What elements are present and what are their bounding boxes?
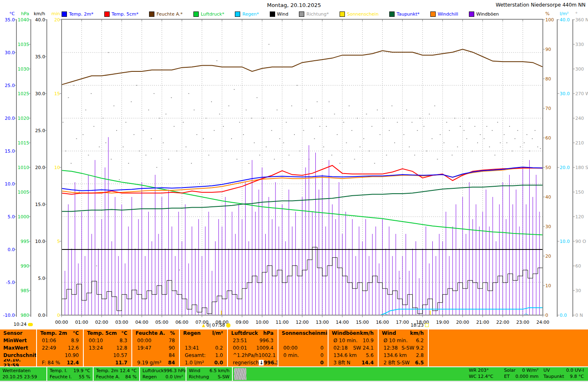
svg-text:23:00: 23:00: [516, 320, 529, 325]
stats-cell: 9.19 g/m³84: [132, 359, 179, 366]
svg-text:25.0: 25.0: [5, 83, 15, 88]
stats-cell: 00:108.3: [84, 337, 131, 344]
status-line: WC 12.4°C: [469, 374, 499, 380]
svg-text:150: 150: [575, 190, 584, 195]
stats-cell: 01:068.9: [37, 337, 83, 344]
stats-column: LuftdruckhPa23:51996.300:011009.4^1.2hPa…: [227, 329, 278, 366]
sunrise-time: 07:58: [212, 323, 225, 328]
svg-text:15: 15: [54, 91, 60, 96]
status-line: ET0.000 mm: [504, 374, 539, 380]
stats-column-header: Windböenkm/h: [328, 329, 378, 337]
stats-cell: 134.6 km5.6: [328, 352, 378, 359]
svg-text:360 N: 360 N: [575, 17, 588, 23]
stats-column-header: Windkm/h: [379, 329, 428, 337]
svg-text:240: 240: [575, 116, 584, 121]
svg-text:1020: 1020: [18, 116, 29, 121]
svg-text:1040: 1040: [18, 17, 29, 23]
stats-cell: Gesamt:1.0: [180, 352, 227, 359]
svg-text:10.0: 10.0: [560, 239, 570, 244]
stats-cell: 2 Bft S-SW6.5: [379, 359, 428, 366]
stats-column-header: Regenl/m²: [180, 329, 227, 337]
creation-time: 10:24: [14, 322, 27, 327]
svg-text:13:00: 13:00: [316, 320, 329, 325]
svg-text:210: 210: [575, 140, 584, 146]
sunset-annotation: 18:23: [411, 323, 429, 328]
svg-text:km/h: km/h: [34, 11, 45, 16]
svg-text:02:00: 02:00: [95, 320, 108, 325]
status-cell: Wetterdaten20.10.25 23:59: [0, 367, 46, 381]
svg-text:990: 990: [21, 263, 29, 269]
stats-cell: 19:4790: [132, 344, 179, 352]
status-line: WR 203°: [469, 368, 499, 374]
svg-text:80: 80: [545, 76, 551, 82]
stats-cell: 1.0 l/m²0.0: [180, 359, 227, 366]
stats-cell: 02:18SW 24.1: [328, 344, 378, 352]
svg-text:35.0: 35.0: [5, 17, 15, 23]
weather-symbol-icon: [28, 323, 33, 326]
stats-column-header: Feuchte A.%: [132, 329, 179, 337]
svg-text:0.0: 0.0: [38, 313, 46, 318]
stats-column-header: Sonnenscheinmin: [278, 329, 328, 337]
stats-cell: 134.6 km2.8: [379, 352, 428, 359]
status-line: Solar0 W/m²: [504, 368, 539, 374]
svg-text:20.0: 20.0: [35, 165, 46, 170]
svg-text:100: 100: [545, 17, 554, 23]
status-line: Luftdruck996.3 hPa: [142, 368, 183, 374]
stats-column-header: LuftdruckhPa: [228, 329, 278, 337]
svg-text:1035: 1035: [18, 42, 29, 47]
stats-cell: 00:011009.4: [228, 344, 278, 352]
stats-cell: 11.7: [84, 359, 131, 366]
svg-text:30.0: 30.0: [35, 91, 46, 96]
svg-text:20: 20: [54, 17, 60, 23]
svg-text:-5.0: -5.0: [6, 280, 15, 285]
stats-column: Sonnenscheinmin00:0000 min.00: [278, 329, 328, 366]
svg-text:16:00: 16:00: [376, 320, 389, 325]
stats-row-label: 20.10. 23:59: [0, 359, 36, 366]
svg-text:15:00: 15:00: [356, 320, 369, 325]
svg-text:10:00: 10:00: [255, 320, 269, 325]
svg-text:05:00: 05:00: [155, 320, 168, 325]
svg-text:1025: 1025: [18, 91, 29, 96]
status-line: Temp. I.19.9 °C: [50, 368, 90, 374]
svg-text:30: 30: [545, 224, 551, 229]
status-line: UV0.0 UV-I: [544, 368, 584, 374]
svg-text:10.0: 10.0: [5, 181, 15, 187]
stats-column-header: Temp. 2m°C: [37, 329, 83, 337]
svg-text:30.0: 30.0: [560, 91, 570, 96]
stats-row-label: Sensor: [0, 329, 36, 337]
status-line: Feuchte I.55 %: [50, 374, 90, 380]
svg-text:270 W: 270 W: [575, 91, 588, 96]
svg-text:12:00: 12:00: [296, 320, 309, 325]
svg-text:10: 10: [54, 165, 60, 170]
status-cell: Solar0 W/m²ET0.000 mm: [502, 367, 541, 381]
status-line: RichtungS-SW: [189, 374, 230, 380]
sunset-icon: [425, 323, 429, 327]
weather-chart: °C-10.0-5.00.05.010.015.020.025.030.035.…: [0, 0, 588, 328]
status-bar-left: Wetterdaten20.10.25 23:59Temp. I.19.9 °C…: [0, 367, 248, 381]
svg-text:1000: 1000: [18, 214, 29, 220]
creation-time-annotation: 10:24: [14, 322, 33, 327]
svg-text:985: 985: [21, 288, 29, 293]
svg-text:5.0: 5.0: [38, 276, 46, 281]
status-cell: UV0.0 UV-ITaupunkt9.8 °C: [541, 367, 586, 381]
svg-text:120: 120: [575, 214, 584, 220]
status-line: Feuchte A.84 %: [96, 374, 137, 380]
svg-text:40.0: 40.0: [35, 17, 46, 23]
svg-text:60: 60: [575, 263, 581, 269]
svg-text:20:00: 20:00: [456, 320, 469, 325]
stats-column: Regenl/m²13:410.2Gesamt:1.01.0 l/m²0.0: [179, 329, 227, 366]
svg-text:09:00: 09:00: [236, 320, 249, 325]
stats-column: Feuchte A.%00:007819:4790849.19 g/m³84: [131, 329, 179, 366]
svg-text:5: 5: [57, 239, 60, 244]
stats-cell: 22:4912.6: [37, 344, 83, 352]
stats-cell: 13:2412.8: [84, 344, 131, 352]
svg-text:14:00: 14:00: [336, 320, 349, 325]
stats-row-label: MaxWert: [0, 344, 36, 352]
stats-cell: regnerisch↓996.3: [228, 359, 278, 366]
svg-text:0.0: 0.0: [560, 313, 567, 318]
svg-text:hPa: hPa: [21, 11, 29, 16]
svg-text:01:00: 01:00: [75, 320, 88, 325]
stats-cell: 84: [132, 352, 179, 359]
stats-cell: [278, 337, 328, 344]
status-bar: Wetterdaten20.10.25 23:59Temp. I.19.9 °C…: [0, 367, 588, 381]
